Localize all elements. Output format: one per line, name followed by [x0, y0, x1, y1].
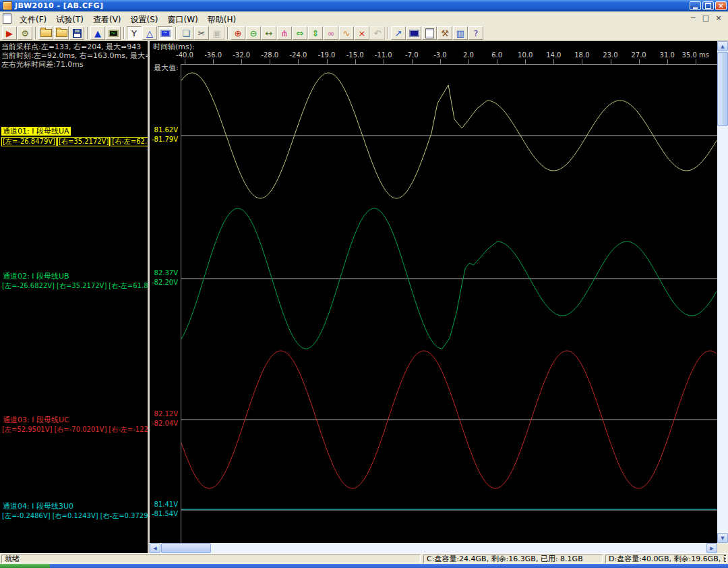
- toolbar-separator: [175, 27, 177, 39]
- cut-icon[interactable]: ✂: [194, 26, 209, 40]
- h-expand-icon[interactable]: ⇔: [293, 26, 307, 40]
- open-data-icon-glyph: [56, 29, 67, 37]
- channel-04-cursor-values: [左=-0.2486V][右=0.1243V][右-左=0.3729V]: [1, 512, 148, 520]
- delete-icon[interactable]: ×: [355, 26, 369, 40]
- start-button-edge[interactable]: [0, 564, 50, 568]
- monitor-icon[interactable]: [406, 26, 421, 40]
- time-tick-label: 18.0: [566, 51, 597, 59]
- help-icon[interactable]: ?: [468, 26, 483, 40]
- channel-info-panel: 当前采样点:左=133, 右=204, 最大=943当前时刻:左=92.0ms,…: [0, 41, 148, 553]
- cursor-value: [左=-0.2486V]: [1, 512, 51, 520]
- tools-hammer-icon[interactable]: ⚒: [437, 26, 452, 40]
- time-tick-mark: [298, 59, 299, 64]
- time-tick-mark: [384, 59, 384, 64]
- link-cursors-icon[interactable]: ∞: [324, 26, 338, 40]
- table-columns-icon[interactable]: ▥: [453, 26, 468, 40]
- run-icon[interactable]: ▶: [2, 26, 17, 40]
- report-chart-icon[interactable]: ↗: [391, 26, 406, 40]
- time-tick-mark: [270, 59, 270, 64]
- menu-item-window[interactable]: 窗口(W): [163, 13, 203, 26]
- time-tick-mark: [639, 59, 640, 64]
- scroll-up-icon[interactable]: ▲: [717, 41, 728, 51]
- marker-triangle-icon[interactable]: ▲: [90, 26, 105, 40]
- scroll-down-icon[interactable]: ▼: [717, 533, 728, 543]
- scroll-right-icon[interactable]: ▶: [706, 543, 717, 553]
- toolbar-separator: [123, 27, 125, 39]
- taskbar-edge: [0, 564, 728, 568]
- cursor-info: 当前采样点:左=133, 右=204, 最大=943当前时刻:左=92.0ms,…: [1, 42, 148, 69]
- vertical-scroll-thumb[interactable]: [717, 52, 728, 126]
- split-channel-icon[interactable]: ⋔: [277, 26, 292, 40]
- horizontal-scroll-thumb[interactable]: [161, 543, 211, 553]
- cursor-value: [右=35.2172V]: [56, 282, 107, 290]
- toolbar: ▶⚙▲Y△❏✂▣⊕⊖↔⋔⇔⇕∞∿×↶↗⚒▥?: [0, 26, 728, 41]
- mdi-close-button[interactable]: ×: [713, 13, 724, 23]
- channel-01-min-label: -81.79V: [150, 136, 178, 144]
- zoom-in-icon[interactable]: ⊕: [231, 26, 245, 40]
- save-icon-glyph: [73, 29, 82, 38]
- time-tick-label: -32.0: [226, 51, 257, 59]
- channel-02-title[interactable]: 通道02: I 段母线UB: [1, 272, 71, 281]
- menu-item-test[interactable]: 试验(T): [51, 13, 88, 26]
- delta-view-icon[interactable]: △: [142, 26, 157, 40]
- scroll-left-icon[interactable]: ◀: [150, 543, 160, 553]
- horizontal-scrollbar[interactable]: ◀ ▶: [150, 543, 717, 553]
- cursor-value: [右-左=0.3729V]: [100, 512, 148, 520]
- status-bar: 就绪 C:盘容量:24.4GB, 剩余:16.3GB, 已用: 8.1GB D:…: [0, 553, 728, 564]
- toolbar-separator: [227, 27, 229, 39]
- save-icon[interactable]: [69, 26, 84, 40]
- menu-item-settings[interactable]: 设置(S): [126, 13, 163, 26]
- channel-02-max-label: 82.37V: [150, 269, 178, 277]
- v-expand-icon[interactable]: ⇕: [308, 26, 323, 40]
- time-axis-title: 时间轴(ms):: [153, 42, 195, 52]
- time-tick-label: -7.0: [396, 51, 427, 59]
- open-file-icon-glyph: [40, 29, 52, 37]
- toolbar-separator: [388, 27, 389, 39]
- menu-item-file[interactable]: 文件(F): [15, 13, 51, 26]
- channel-02-cursor-values: [左=-26.6822V][右=35.2172V][右-左=61.8994V]: [1, 282, 148, 290]
- open-file-icon[interactable]: [38, 26, 53, 40]
- title-bar[interactable]: JBW2010 - [AB.CFG] ×: [0, 0, 728, 11]
- menu-item-help[interactable]: 帮助(H): [203, 13, 241, 26]
- channel-03-title[interactable]: 通道03: I 段母线UC: [1, 416, 71, 424]
- vertical-scrollbar[interactable]: ▲ ▼: [717, 41, 728, 543]
- restore-icon: [705, 3, 711, 9]
- time-tick-label: -19.0: [311, 51, 342, 59]
- sine-wave-icon[interactable]: ∿: [339, 26, 354, 40]
- close-button[interactable]: ×: [715, 1, 727, 10]
- time-tick-mark: [525, 59, 526, 64]
- toolbar-separator: [35, 27, 36, 39]
- time-tick-mark: [185, 59, 185, 64]
- time-tick-label: 2.0: [453, 51, 484, 59]
- mdi-restore-button[interactable]: □: [700, 13, 711, 23]
- zoom-out-icon[interactable]: ⊖: [246, 26, 261, 40]
- scrollbar-corner: [717, 543, 728, 553]
- menu-bar: 文件(F)试验(T)查看(V)设置(S)窗口(W)帮助(H) − □ ×: [0, 11, 728, 26]
- export-page-icon[interactable]: [422, 26, 437, 40]
- copy-icon[interactable]: ❏: [179, 26, 193, 40]
- wave-screen-icon-glyph: [109, 30, 119, 37]
- status-disk-c: C:盘容量:24.4GB, 剩余:16.3GB, 已用: 8.1GB: [423, 555, 603, 563]
- channel-04-min-label: -81.54V: [150, 510, 178, 518]
- channel-block-02: 通道02: I 段母线UB[左=-26.6822V][右=35.2172V][右…: [1, 268, 148, 290]
- menu-item-view[interactable]: 查看(V): [88, 13, 126, 26]
- waveform-svg: [181, 65, 717, 543]
- settings-gears-icon[interactable]: ⚙: [18, 26, 32, 40]
- restore-button[interactable]: [702, 1, 714, 10]
- channel-block-04: 通道04: I 段母线3U0[左=-0.2486V][右=0.1243V][右-…: [1, 499, 148, 520]
- open-data-icon[interactable]: [54, 26, 69, 40]
- channel-04-max-label: 81.41V: [150, 501, 178, 509]
- monitor-icon-glyph: [409, 30, 419, 37]
- plot-area[interactable]: [181, 64, 717, 543]
- wave-screen-icon[interactable]: [106, 26, 121, 40]
- channel-04-title[interactable]: 通道04: I 段母线3U0: [1, 502, 75, 511]
- time-tick-mark: [468, 59, 469, 64]
- h-compress-icon[interactable]: ↔: [262, 26, 276, 40]
- minimize-button[interactable]: [690, 1, 701, 10]
- screen-view-icon[interactable]: [158, 26, 173, 40]
- mdi-minimize-button[interactable]: −: [688, 13, 698, 23]
- cursor-value: [右-左=62.0651V]: [111, 137, 148, 146]
- channel-01-title[interactable]: 通道01: I 段母线UA: [1, 127, 71, 136]
- cursor-y-icon[interactable]: Y: [127, 26, 142, 40]
- cursor-value: [右=-70.0201V]: [53, 426, 107, 434]
